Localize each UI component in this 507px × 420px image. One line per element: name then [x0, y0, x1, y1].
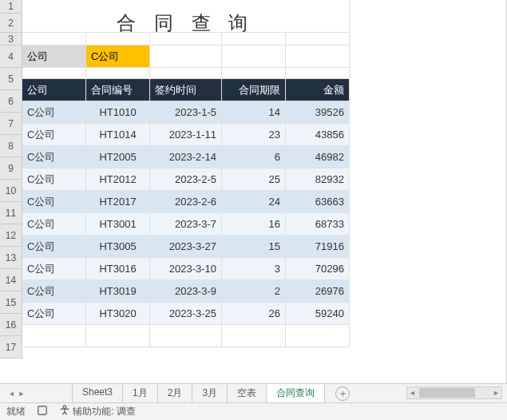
table-cell-company[interactable]: C公司	[22, 146, 86, 168]
table-cell-amount[interactable]: 70296	[286, 258, 350, 280]
table-cell-contract[interactable]: HT1014	[86, 124, 150, 146]
row-header[interactable]: 2	[0, 14, 22, 33]
sheet-tab[interactable]: 1月	[122, 383, 158, 403]
table-cell-amount[interactable]: 71916	[286, 236, 350, 258]
cell[interactable]	[222, 68, 286, 79]
cell[interactable]	[286, 325, 350, 347]
row-header[interactable]: 1	[0, 0, 22, 14]
sheet-tab[interactable]: 空表	[227, 383, 267, 403]
page-title[interactable]: 合 同 查 询	[22, 14, 350, 33]
cell[interactable]	[86, 33, 150, 46]
row-header[interactable]: 9	[0, 157, 22, 180]
sheet-tab[interactable]: Sheet3	[72, 383, 123, 403]
table-cell-contract[interactable]: HT3020	[86, 303, 150, 325]
table-cell-contract[interactable]: HT3005	[86, 236, 150, 258]
table-cell-company[interactable]: C公司	[22, 213, 86, 236]
row-header[interactable]: 13	[0, 247, 22, 269]
table-cell-amount[interactable]: 46982	[286, 146, 350, 168]
macro-record-icon[interactable]	[37, 405, 48, 418]
table-cell-signdate[interactable]: 2023-3-27	[150, 236, 222, 258]
row-header[interactable]: 10	[0, 180, 22, 202]
table-cell-signdate[interactable]: 2023-3-9	[150, 280, 222, 303]
tab-scroll-controls[interactable]: ◄ ►	[0, 384, 64, 402]
table-cell-contract[interactable]: HT3019	[86, 280, 150, 303]
sheet-tab[interactable]: 2月	[157, 383, 193, 403]
cell[interactable]	[22, 68, 86, 79]
cell[interactable]	[286, 46, 350, 68]
table-cell-company[interactable]: C公司	[22, 124, 86, 146]
col-header-amount[interactable]: 金额	[286, 79, 350, 101]
table-cell-company[interactable]: C公司	[22, 101, 86, 124]
col-header-contract[interactable]: 合同编号	[86, 79, 150, 101]
table-cell-company[interactable]: C公司	[22, 280, 86, 303]
table-cell-term[interactable]: 14	[222, 101, 286, 124]
table-cell-term[interactable]: 26	[222, 303, 286, 325]
table-cell-contract[interactable]: HT1010	[86, 101, 150, 124]
row-header[interactable]: 8	[0, 135, 22, 157]
cell[interactable]	[86, 0, 150, 14]
cell[interactable]	[150, 68, 222, 79]
cell[interactable]	[22, 0, 86, 14]
add-sheet-button[interactable]: ＋	[335, 386, 350, 401]
row-header[interactable]: 7	[0, 113, 22, 135]
sheet-tab[interactable]: 3月	[192, 383, 228, 403]
row-header[interactable]: 17	[0, 336, 22, 359]
table-cell-term[interactable]: 15	[222, 236, 286, 258]
cell[interactable]	[150, 46, 222, 68]
table-cell-contract[interactable]: HT2017	[86, 191, 150, 213]
table-cell-company[interactable]: C公司	[22, 258, 86, 280]
cell[interactable]	[286, 33, 350, 46]
table-cell-amount[interactable]: 63663	[286, 191, 350, 213]
col-header-term[interactable]: 合同期限	[222, 79, 286, 101]
table-cell-signdate[interactable]: 2023-1-11	[150, 124, 222, 146]
table-cell-term[interactable]: 6	[222, 146, 286, 168]
table-cell-company[interactable]: C公司	[22, 168, 86, 191]
row-header[interactable]: 12	[0, 224, 22, 247]
row-header[interactable]: 15	[0, 291, 22, 314]
table-cell-signdate[interactable]: 2023-3-10	[150, 258, 222, 280]
table-cell-signdate[interactable]: 2023-2-14	[150, 146, 222, 168]
table-cell-contract[interactable]: HT3016	[86, 258, 150, 280]
col-header-company[interactable]: 公司	[22, 79, 86, 101]
table-cell-company[interactable]: C公司	[22, 191, 86, 213]
table-cell-signdate[interactable]: 2023-2-6	[150, 191, 222, 213]
cell[interactable]	[22, 325, 86, 347]
table-cell-term[interactable]: 3	[222, 258, 286, 280]
table-cell-contract[interactable]: HT2012	[86, 168, 150, 191]
scrollbar-thumb[interactable]	[419, 388, 475, 398]
table-cell-amount[interactable]: 43856	[286, 124, 350, 146]
sheet-tab[interactable]: 合同查询	[266, 383, 325, 403]
table-cell-amount[interactable]: 26976	[286, 280, 350, 303]
cell[interactable]	[222, 46, 286, 68]
cell[interactable]	[150, 33, 222, 46]
table-cell-signdate[interactable]: 2023-1-5	[150, 101, 222, 124]
row-header[interactable]: 3	[0, 33, 22, 46]
table-cell-amount[interactable]: 82932	[286, 168, 350, 191]
cell[interactable]	[286, 68, 350, 79]
table-cell-signdate[interactable]: 2023-3-7	[150, 213, 222, 236]
table-cell-contract[interactable]: HT3001	[86, 213, 150, 236]
cell[interactable]	[150, 325, 222, 347]
cell[interactable]	[86, 325, 150, 347]
table-cell-term[interactable]: 23	[222, 124, 286, 146]
row-header[interactable]: 6	[0, 90, 22, 113]
cell[interactable]	[222, 33, 286, 46]
cell[interactable]	[150, 0, 222, 14]
table-cell-signdate[interactable]: 2023-3-25	[150, 303, 222, 325]
filter-value[interactable]: C公司	[86, 46, 150, 68]
row-header[interactable]: 4	[0, 46, 22, 68]
cell[interactable]	[222, 0, 286, 14]
cell[interactable]	[222, 325, 286, 347]
table-cell-company[interactable]: C公司	[22, 236, 86, 258]
table-cell-signdate[interactable]: 2023-2-5	[150, 168, 222, 191]
row-header[interactable]: 11	[0, 202, 22, 224]
row-header[interactable]: 5	[0, 68, 22, 90]
cell[interactable]	[22, 33, 86, 46]
table-cell-contract[interactable]: HT2005	[86, 146, 150, 168]
row-header[interactable]: 14	[0, 269, 22, 291]
table-cell-company[interactable]: C公司	[22, 303, 86, 325]
horizontal-scrollbar[interactable]: ◄ ►	[406, 386, 502, 399]
table-cell-term[interactable]: 2	[222, 280, 286, 303]
table-cell-amount[interactable]: 39526	[286, 101, 350, 124]
table-cell-amount[interactable]: 59240	[286, 303, 350, 325]
